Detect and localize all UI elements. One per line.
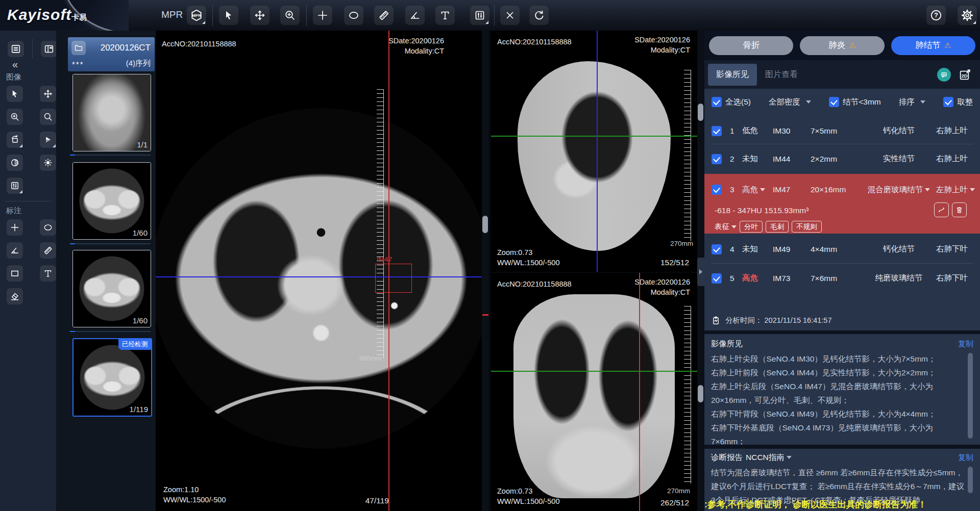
angle-annotate-button[interactable] (7, 242, 23, 259)
nodule-label: IM47 (377, 256, 392, 263)
scrollbar-thumb[interactable] (698, 385, 703, 402)
ellipse-tool-button[interactable] (344, 6, 363, 25)
coronal-viewport[interactable]: AccNO:202101158888 SDate:20200126Modalit… (491, 273, 697, 511)
scrollbar-thumb[interactable] (698, 104, 703, 121)
ellipse-annotate-button[interactable] (40, 219, 56, 236)
series-thumbnail-1[interactable]: 1/1 (72, 74, 151, 151)
nodule-row-1[interactable]: 1低危 IM307×5mm 钙化结节右肺上叶 (704, 117, 980, 145)
eraser-annotate-button[interactable] (7, 288, 23, 304)
small-nodule-checkbox[interactable]: 结节<3mm (829, 97, 881, 108)
findings-scrollbar-thumb[interactable] (968, 353, 973, 439)
coronal-reference-line[interactable] (156, 276, 482, 277)
clear-annotations-button[interactable] (500, 6, 520, 25)
feature-dropdown[interactable]: 表征 (715, 222, 737, 232)
zoom-overlay: Zoom:1.10 (163, 486, 199, 494)
module-pneumonia-pill[interactable]: 肺炎⚠ (800, 36, 884, 55)
nodule-row-4[interactable]: 4未知 IM494×4mm 钙化结节右肺下叶 (704, 235, 980, 263)
pan-tool-button[interactable] (250, 6, 270, 25)
feature-chip-spiculated[interactable]: 毛刺 (766, 221, 789, 233)
zoom-overlay: Zoom:0.73 (497, 248, 532, 257)
module-lung-nodule-pill[interactable]: 肺结节⚠ (891, 36, 975, 55)
report-scrollbar-thumb[interactable] (968, 467, 973, 493)
nodule-bounding-box[interactable] (375, 264, 412, 293)
coronal-reference-line[interactable] (597, 31, 598, 272)
sagittal-reference-line[interactable] (639, 273, 640, 511)
pan-tool-button-side[interactable] (40, 86, 56, 102)
2d-mode-button[interactable] (958, 68, 971, 81)
settings-button[interactable] (958, 6, 977, 25)
acc-number-overlay: AccNO:202101158888 (497, 279, 572, 289)
tab-image-findings[interactable]: 影像所见 (708, 64, 757, 86)
checkbox-icon[interactable] (712, 185, 722, 195)
crosshair-annotate-button[interactable] (7, 219, 23, 236)
series-thumbnail-3[interactable]: 1/60 (72, 250, 151, 327)
feedback-chat-button[interactable] (937, 68, 951, 82)
type-dropdown[interactable]: 混合磨玻璃结节 (862, 185, 936, 195)
checkbox-icon[interactable] (712, 244, 722, 254)
chevron-down-icon (925, 188, 930, 191)
nodule-filter-bar: 全选(5) 全部密度 结节<3mm 排序 取整 (704, 89, 980, 115)
delete-nodule-button[interactable] (952, 202, 967, 217)
collapse-panel-button[interactable]: « (12, 59, 18, 70)
select-all-checkbox[interactable]: 全选(5) (712, 97, 751, 108)
magnify-button-side[interactable] (40, 109, 56, 125)
window-level-button[interactable] (470, 6, 489, 25)
acc-number-overlay: AccNO:202101158888 (497, 37, 572, 47)
rectangle-annotate-button[interactable] (7, 265, 23, 282)
text-tool-button[interactable] (435, 6, 455, 25)
help-button[interactable] (926, 6, 946, 25)
cursor-tool-button-side[interactable] (7, 86, 23, 102)
nodule-row-3-selected[interactable]: 3 高危 IM4720×16mm 混合磨玻璃结节 左肺上叶 -618 - 347… (704, 174, 980, 234)
zoom-tool-button[interactable] (280, 6, 300, 25)
zoom-in-button-side[interactable] (7, 109, 23, 125)
rotate-button-side[interactable] (7, 132, 23, 148)
invert-button-side[interactable] (7, 155, 23, 171)
text-annotate-button[interactable] (40, 265, 56, 282)
axial-viewport[interactable]: AccNO:202101158888 SDate:20200126Modalit… (156, 31, 482, 511)
ruler-tool-button[interactable] (374, 6, 394, 25)
location-dropdown[interactable]: 左肺上叶 (936, 185, 980, 195)
feature-chip-irregular[interactable]: 不规则 (792, 221, 822, 233)
series-thumbnail-2[interactable]: 1/60 (72, 162, 151, 240)
round-checkbox[interactable]: 取整 (943, 97, 973, 108)
ruler-annotate-button[interactable] (40, 242, 56, 259)
axial-stack-scrollbar[interactable] (482, 31, 489, 511)
nodule-row-3-header[interactable]: 3 高危 IM4720×16mm 混合磨玻璃结节 左肺上叶 (704, 177, 980, 202)
feature-chip-lobulated[interactable]: 分叶 (740, 221, 763, 233)
cine-play-button-side[interactable] (40, 132, 56, 148)
density-filter-dropdown[interactable]: 全部密度 (769, 97, 811, 108)
window-level-button-side[interactable] (7, 177, 23, 194)
brightness-button-side[interactable] (40, 155, 56, 171)
folder-button[interactable] (71, 41, 86, 55)
checkbox-icon[interactable] (943, 97, 953, 107)
axial-reference-line[interactable] (491, 136, 697, 137)
series-thumbnail-4-selected[interactable]: 已经检测 1/119 (72, 338, 152, 417)
checkbox-icon[interactable] (712, 154, 722, 164)
guideline-dropdown[interactable]: NCCN指南 (746, 452, 792, 463)
checkbox-icon[interactable] (829, 97, 839, 107)
checkbox-icon[interactable] (712, 97, 722, 107)
angle-tool-button[interactable] (405, 6, 425, 25)
series-list-button[interactable] (8, 41, 24, 57)
followup-compare-button[interactable] (934, 202, 949, 217)
study-header[interactable]: 20200126CT *** (4)序列 (68, 37, 155, 71)
risk-dropdown[interactable]: 高危 (742, 185, 773, 195)
tab-image-view[interactable]: 图片查看 (757, 64, 806, 86)
nodule-row-2[interactable]: 2未知 IM442×2mm 实性结节右肺上叶 (704, 145, 980, 173)
panel-collapse-handle[interactable] (697, 258, 704, 286)
axial-reference-line[interactable] (491, 371, 697, 372)
module-fracture-pill[interactable]: 骨折 (709, 36, 793, 55)
crosshair-tool-button[interactable] (313, 6, 332, 25)
reset-view-button[interactable] (529, 6, 549, 25)
sort-dropdown[interactable]: 排序 (899, 97, 925, 108)
checkbox-icon[interactable] (712, 273, 722, 284)
nodule-row-5[interactable]: 5高危 IM737×6mm 纯磨玻璃结节右肺下叶 (704, 264, 980, 292)
cursor-tool-button[interactable] (219, 6, 238, 25)
copy-findings-link[interactable]: 复制 (958, 339, 973, 349)
close-layout-button[interactable] (41, 41, 57, 57)
mpr-layout-button[interactable] (187, 6, 206, 25)
sagittal-viewport[interactable]: AccNO:202101158888 SDate:20200126Modalit… (491, 31, 697, 272)
checkbox-icon[interactable] (712, 126, 722, 136)
scrollbar-thumb[interactable] (482, 216, 488, 233)
copy-report-link[interactable]: 复制 (958, 453, 973, 463)
